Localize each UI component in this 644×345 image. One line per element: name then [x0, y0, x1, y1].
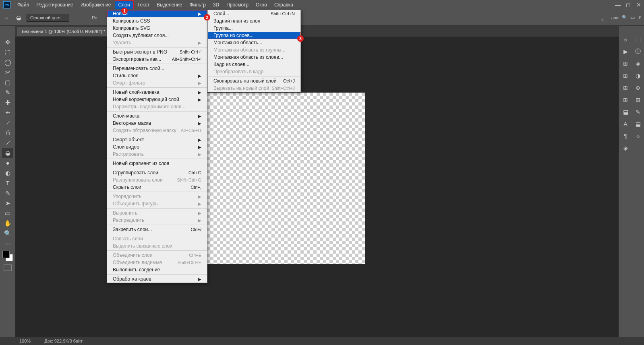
menu-item[interactable]: Группа... [208, 25, 300, 32]
panel-icon-r-0[interactable]: ⬚ [633, 35, 643, 44]
panel-icon-r2-3[interactable]: ⊞ [621, 71, 630, 81]
menu-item[interactable]: Векторная маска▶ [107, 120, 207, 127]
tool-2[interactable]: ◯ [2, 57, 13, 67]
panel-icon-r2-8[interactable]: ¶ [621, 131, 630, 141]
maximize-button[interactable]: ◻ [623, 0, 634, 9]
menu-item[interactable]: Смарт-объект▶ [107, 136, 207, 143]
tool-19[interactable]: 🔍 [2, 228, 13, 238]
minimize-button[interactable]: — [613, 0, 623, 9]
menu-item[interactable]: Экспортировать как...Alt+Shift+Ctrl+' [107, 56, 207, 63]
tool-9[interactable]: ⎙ [2, 128, 13, 138]
tool-15[interactable]: ✎ [2, 188, 13, 198]
tool-17[interactable]: ▭ [2, 208, 13, 218]
menu-item[interactable]: Быстрый экспорт в PNGShift+Ctrl+' [107, 48, 207, 56]
search-icon[interactable]: 🔍 [622, 15, 627, 20]
panel-icon-r2-2[interactable]: ⊞ [621, 59, 630, 68]
current-tool-icon[interactable]: ◒ [13, 12, 24, 23]
tool-8[interactable]: ⟋ [2, 118, 13, 128]
tool-4[interactable]: ▢ [2, 77, 13, 87]
menu-item[interactable]: Копировать SVG [107, 25, 207, 32]
panel-icon-r2-4[interactable]: ⊞ [621, 83, 630, 93]
menu-item[interactable]: Новый корректирующий слой▶ [107, 96, 207, 103]
quick-mask-icon[interactable] [4, 264, 12, 271]
menu-файл[interactable]: Файл [14, 0, 33, 9]
menu-item[interactable]: Слой...Shift+Ctrl+N [208, 10, 300, 17]
menu-item[interactable]: Группа из слоев... [208, 32, 300, 39]
menu-3d[interactable]: 3D [209, 0, 223, 9]
panel-icon-r-2[interactable]: ◈ [633, 59, 643, 68]
menu-item[interactable]: Создать дубликат слоя... [107, 32, 207, 39]
menu-фильтр[interactable]: Фильтр [186, 0, 209, 9]
document-tab[interactable]: Без имени-1 @ 100% (Слой 0, RGB/8#) * × [17, 27, 116, 36]
menu-item-label: Сгруппировать слои [113, 170, 158, 176]
fill-source-dropdown[interactable]: Основной цвет [27, 14, 69, 22]
panel-icon-r2-7[interactable]: A [621, 119, 630, 129]
menu-item[interactable]: Новый слой-заливка▶ [107, 89, 207, 96]
panel-icon-r2-9[interactable]: ◈ [621, 143, 630, 153]
menu-item[interactable]: Монтажная область из слоев... [208, 54, 300, 61]
menu-item[interactable]: Копировать CSS [107, 17, 207, 25]
panel-icon-r2-5[interactable]: ⊞ [621, 95, 630, 105]
menu-item-label: Группа из слоев... [213, 33, 254, 38]
menu-item[interactable]: Стиль слоя▶ [107, 72, 207, 79]
tool-20[interactable]: ⋯ [2, 238, 13, 248]
workspace-icon[interactable]: ▭ [631, 15, 635, 20]
panel-icon-r2-0[interactable]: ⟐ [621, 35, 630, 44]
menu-item[interactable]: Скрыть слоиCtrl+, [107, 184, 207, 191]
color-well[interactable] [2, 251, 13, 261]
menu-окно[interactable]: Окно [252, 0, 271, 9]
tool-3[interactable]: ✂ [2, 67, 13, 77]
menu-item[interactable]: Сгруппировать слоиCtrl+G [107, 169, 207, 176]
menu-справка[interactable]: Справка [271, 0, 297, 9]
menu-item[interactable]: Скопировать на новый слойCtrl+J [208, 77, 300, 85]
tool-5[interactable]: ✎ [2, 87, 13, 97]
menu-item: Разгруппировать слоиShift+Ctrl+G [107, 176, 207, 184]
menu-item[interactable]: Кадр из слоев... [208, 61, 300, 68]
menu-item[interactable]: Обработка краев▶ [107, 275, 207, 283]
tool-1[interactable]: ⬚ [2, 47, 13, 57]
panel-icon-r-7[interactable]: ⬓ [633, 119, 643, 129]
tool-12[interactable]: ● [2, 158, 13, 168]
tool-7[interactable]: ✒ [2, 107, 13, 118]
panel-icon-r2-1[interactable]: ▶ [621, 47, 630, 56]
menu-item[interactable]: Монтажная область... [208, 39, 300, 46]
menu-item-label: Группа... [213, 25, 233, 31]
tool-10[interactable]: ⟋ [2, 138, 13, 148]
tool-13[interactable]: ◐ [2, 168, 13, 178]
menu-item[interactable]: Новый фрагмент из слоя [107, 160, 207, 167]
tool-18[interactable]: ✋ [2, 218, 13, 228]
tool-6[interactable]: ✚ [2, 97, 13, 107]
menu-текст[interactable]: Текст [134, 0, 153, 9]
share-icon[interactable]: ⇪ [638, 15, 642, 20]
menu-item[interactable]: Задний план из слоя [208, 17, 300, 25]
menu-выделение[interactable]: Выделение [153, 0, 186, 9]
menu-просмотр[interactable]: Просмотр [223, 0, 252, 9]
menu-item-label: Копировать SVG [113, 25, 150, 31]
home-icon[interactable]: ⌂ [2, 14, 10, 22]
panel-icon-r-5[interactable]: ⊞ [633, 95, 643, 105]
menu-редактирование[interactable]: Редактирование [33, 0, 77, 9]
close-button[interactable]: ✕ [634, 0, 644, 9]
panel-icon-r2-6[interactable]: ⬓ [621, 107, 630, 117]
zoom-level[interactable]: 100% [19, 339, 31, 343]
panel-icon-r-6[interactable]: ✎ [633, 107, 643, 117]
menu-item: Растрировать▶ [107, 151, 207, 158]
panel-icon-r-8[interactable]: ⟐ [633, 131, 643, 141]
menu-item[interactable]: Закрепить слои...Ctrl+/ [107, 226, 207, 233]
panel-icon-r-1[interactable]: ⓘ [633, 47, 643, 56]
panel-toggle-icon[interactable]: « [601, 17, 604, 22]
doc-size: Док: 922,9K/0 байт [44, 339, 83, 343]
tool-11[interactable]: ◒ [2, 148, 13, 158]
menu-item-label: Монтажная область... [213, 40, 262, 45]
menu-изображение[interactable]: Изображение [77, 0, 115, 9]
panel-icon-r-4[interactable]: ⊕ [633, 83, 643, 93]
tool-0[interactable]: ✥ [2, 37, 13, 47]
menu-item[interactable]: Слой-маска▶ [107, 112, 207, 120]
menu-item[interactable]: Выполнить сведение [107, 266, 207, 273]
menu-item[interactable]: Переименовать слой... [107, 65, 207, 72]
tool-14[interactable]: T [2, 178, 13, 188]
menu-item[interactable]: Слои видео▶ [107, 143, 207, 151]
tool-16[interactable]: ➤ [2, 198, 13, 208]
panel-icon-r-3[interactable]: ◑ [633, 71, 643, 81]
menu-item-label: Выделить связанные слои [113, 243, 172, 249]
